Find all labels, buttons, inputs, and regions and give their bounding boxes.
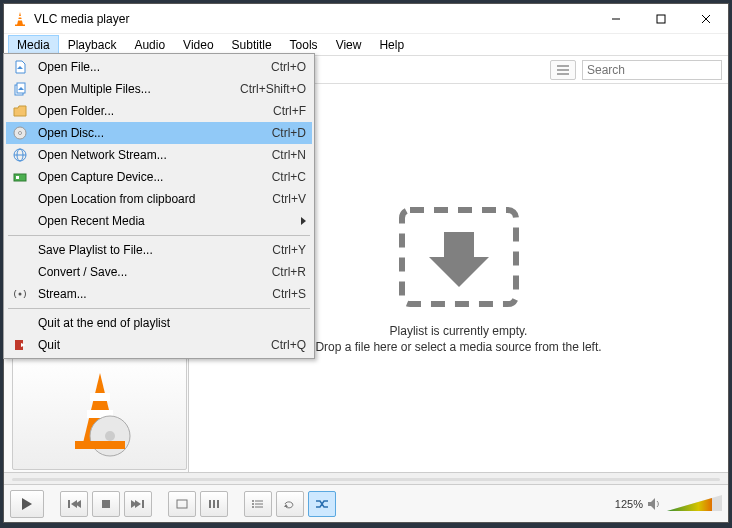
equalizer-icon bbox=[208, 498, 220, 510]
svg-rect-25 bbox=[142, 500, 144, 508]
menu-item-shortcut: Ctrl+Shift+O bbox=[240, 82, 306, 96]
menu-item[interactable]: Open Capture Device...Ctrl+C bbox=[6, 166, 312, 188]
menu-item[interactable]: Open Location from clipboardCtrl+V bbox=[6, 188, 312, 210]
playback-controls: 125% bbox=[4, 484, 728, 522]
menu-item[interactable]: Open Multiple Files...Ctrl+Shift+O bbox=[6, 78, 312, 100]
svg-marker-37 bbox=[648, 498, 655, 510]
menu-audio[interactable]: Audio bbox=[125, 35, 174, 55]
svg-marker-24 bbox=[135, 500, 141, 508]
svg-rect-13 bbox=[75, 441, 125, 449]
svg-rect-27 bbox=[209, 500, 211, 508]
blank-icon bbox=[10, 213, 30, 229]
submenu-arrow-icon bbox=[301, 217, 306, 225]
window-buttons bbox=[593, 4, 728, 33]
menu-item-shortcut: Ctrl+Q bbox=[271, 338, 306, 352]
menu-item-label: Convert / Save... bbox=[38, 265, 272, 279]
menu-item-shortcut: Ctrl+V bbox=[272, 192, 306, 206]
svg-marker-54 bbox=[21, 343, 26, 347]
previous-icon bbox=[67, 499, 81, 509]
menu-item[interactable]: Stream...Ctrl+S bbox=[6, 283, 312, 305]
svg-point-52 bbox=[19, 293, 22, 296]
media-menu-dropdown: Open File...Ctrl+OOpen Multiple Files...… bbox=[3, 53, 315, 359]
seek-track bbox=[12, 478, 720, 481]
stop-button[interactable] bbox=[92, 491, 120, 517]
menu-help[interactable]: Help bbox=[370, 35, 413, 55]
menu-item-label: Stream... bbox=[38, 287, 272, 301]
menu-item-shortcut: Ctrl+C bbox=[272, 170, 306, 184]
speaker-icon[interactable] bbox=[647, 497, 663, 511]
minimize-button[interactable] bbox=[593, 4, 638, 33]
next-icon bbox=[131, 499, 145, 509]
svg-rect-3 bbox=[15, 24, 25, 26]
menu-item-shortcut: Ctrl+O bbox=[271, 60, 306, 74]
empty-playlist-title: Playlist is currently empty. bbox=[390, 324, 528, 338]
menu-item[interactable]: Open Disc...Ctrl+D bbox=[6, 122, 312, 144]
search-input[interactable] bbox=[582, 60, 722, 80]
menu-item-label: Quit at the end of playlist bbox=[38, 316, 306, 330]
empty-playlist-hint: Drop a file here or select a media sourc… bbox=[315, 340, 601, 354]
svg-point-34 bbox=[252, 503, 254, 505]
menu-item-shortcut: Ctrl+Y bbox=[272, 243, 306, 257]
vlc-cone-large-icon bbox=[65, 368, 135, 458]
svg-rect-1 bbox=[18, 16, 23, 18]
svg-rect-29 bbox=[217, 500, 219, 508]
view-mode-button[interactable] bbox=[550, 60, 576, 80]
svg-rect-22 bbox=[102, 500, 110, 508]
playlist-button[interactable] bbox=[244, 491, 272, 517]
menu-playback[interactable]: Playback bbox=[59, 35, 126, 55]
extended-settings-button[interactable] bbox=[200, 491, 228, 517]
menu-video[interactable]: Video bbox=[174, 35, 222, 55]
menu-item[interactable]: Open Folder...Ctrl+F bbox=[6, 100, 312, 122]
loop-button[interactable] bbox=[276, 491, 304, 517]
next-button[interactable] bbox=[124, 491, 152, 517]
menu-item[interactable]: Convert / Save...Ctrl+R bbox=[6, 261, 312, 283]
menu-item[interactable]: Open File...Ctrl+O bbox=[6, 56, 312, 78]
menu-view[interactable]: View bbox=[327, 35, 371, 55]
menu-tools[interactable]: Tools bbox=[281, 35, 327, 55]
menu-media[interactable]: Media bbox=[8, 35, 59, 55]
folder-icon bbox=[10, 103, 30, 119]
svg-rect-28 bbox=[213, 500, 215, 508]
shuffle-button[interactable] bbox=[308, 491, 336, 517]
svg-marker-0 bbox=[17, 12, 23, 25]
menu-item-label: Open Recent Media bbox=[38, 214, 297, 228]
menu-item-shortcut: Ctrl+R bbox=[272, 265, 306, 279]
maximize-button[interactable] bbox=[638, 4, 683, 33]
menu-subtitle[interactable]: Subtitle bbox=[223, 35, 281, 55]
svg-point-12 bbox=[105, 431, 115, 441]
fullscreen-button[interactable] bbox=[168, 491, 196, 517]
menu-item[interactable]: Open Recent Media bbox=[6, 210, 312, 232]
svg-marker-36 bbox=[284, 504, 288, 507]
svg-rect-19 bbox=[68, 500, 70, 508]
files-icon bbox=[10, 81, 30, 97]
previous-button[interactable] bbox=[60, 491, 88, 517]
drop-target-icon bbox=[394, 202, 524, 312]
menu-item-label: Save Playlist to File... bbox=[38, 243, 272, 257]
seek-bar[interactable] bbox=[4, 472, 728, 484]
menu-item-shortcut: Ctrl+D bbox=[272, 126, 306, 140]
menu-item-label: Open Multiple Files... bbox=[38, 82, 240, 96]
svg-rect-2 bbox=[17, 19, 23, 21]
blank-icon bbox=[10, 191, 30, 207]
playlist-icon bbox=[252, 499, 264, 509]
play-icon bbox=[21, 497, 33, 511]
titlebar: VLC media player bbox=[4, 4, 728, 34]
svg-rect-5 bbox=[657, 15, 665, 23]
svg-rect-51 bbox=[16, 176, 19, 179]
stop-icon bbox=[101, 499, 111, 509]
menu-item[interactable]: Open Network Stream...Ctrl+N bbox=[6, 144, 312, 166]
menu-item-shortcut: Ctrl+N bbox=[272, 148, 306, 162]
menu-item-label: Open Folder... bbox=[38, 104, 273, 118]
menu-item[interactable]: Save Playlist to File...Ctrl+Y bbox=[6, 239, 312, 261]
menu-item-shortcut: Ctrl+S bbox=[272, 287, 306, 301]
close-button[interactable] bbox=[683, 4, 728, 33]
menu-item-label: Open Network Stream... bbox=[38, 148, 272, 162]
svg-point-33 bbox=[252, 500, 254, 502]
play-button[interactable] bbox=[10, 490, 44, 518]
menu-item-label: Open Capture Device... bbox=[38, 170, 272, 184]
shuffle-icon bbox=[315, 499, 329, 509]
volume-slider[interactable] bbox=[667, 495, 722, 513]
menu-item[interactable]: Quit at the end of playlist bbox=[6, 312, 312, 334]
menu-item[interactable]: QuitCtrl+Q bbox=[6, 334, 312, 356]
volume-label: 125% bbox=[615, 498, 643, 510]
